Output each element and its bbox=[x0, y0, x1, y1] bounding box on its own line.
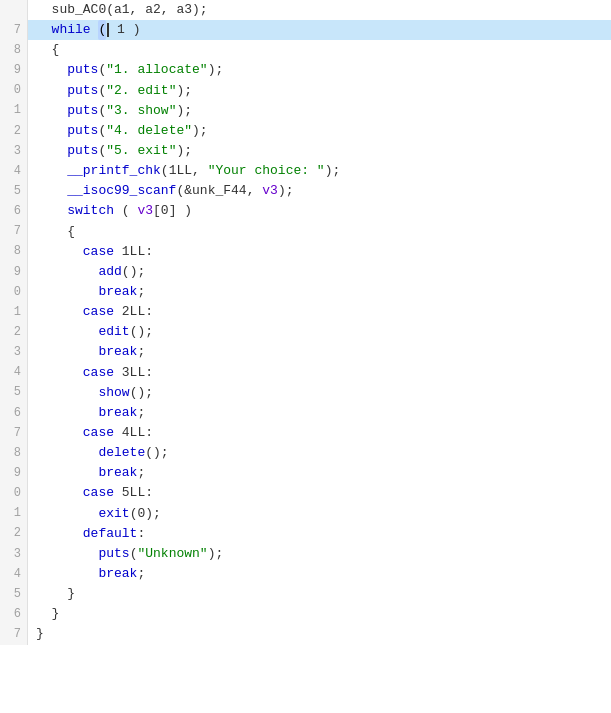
code-text: ); bbox=[208, 60, 224, 80]
line-content: case 3LL: bbox=[28, 363, 153, 383]
code-line: 6 } bbox=[0, 604, 611, 624]
code-text: ( bbox=[114, 201, 137, 221]
code-text: v3 bbox=[262, 181, 278, 201]
code-text: ; bbox=[137, 282, 145, 302]
code-text: ( bbox=[98, 101, 106, 121]
line-number: 1 bbox=[0, 302, 28, 322]
code-text: [0] ) bbox=[153, 201, 192, 221]
code-text: case bbox=[36, 363, 114, 383]
code-text: (); bbox=[130, 322, 153, 342]
line-content: { bbox=[28, 40, 59, 60]
code-text: "1. allocate" bbox=[106, 60, 207, 80]
line-content: sub_AC0(a1, a2, a3); bbox=[28, 0, 208, 20]
code-line: 9 add(); bbox=[0, 262, 611, 282]
code-line: 8 case 1LL: bbox=[0, 242, 611, 262]
code-line: 8 delete(); bbox=[0, 443, 611, 463]
code-line: 7} bbox=[0, 624, 611, 644]
code-text: ); bbox=[176, 101, 192, 121]
line-content: exit(0); bbox=[28, 504, 161, 524]
code-text: default bbox=[36, 524, 137, 544]
code-text: ); bbox=[176, 81, 192, 101]
code-line: 7 while ( 1 ) bbox=[0, 20, 611, 40]
code-line: 6 break; bbox=[0, 403, 611, 423]
code-text: "3. show" bbox=[106, 101, 176, 121]
code-text: case bbox=[36, 483, 114, 503]
line-number: 3 bbox=[0, 141, 28, 161]
code-text: "5. exit" bbox=[106, 141, 176, 161]
code-text: delete bbox=[36, 443, 145, 463]
code-text: edit bbox=[36, 322, 130, 342]
code-text: } bbox=[36, 604, 59, 624]
code-text: "Your choice: " bbox=[208, 161, 325, 181]
code-text: ( bbox=[98, 60, 106, 80]
code-text: { bbox=[36, 222, 75, 242]
code-text: } bbox=[36, 584, 75, 604]
code-text: puts bbox=[36, 101, 98, 121]
line-number: 2 bbox=[0, 121, 28, 141]
line-content: puts("Unknown"); bbox=[28, 544, 223, 564]
code-text: (&unk_F44, bbox=[176, 181, 262, 201]
code-line: 8 { bbox=[0, 40, 611, 60]
code-text bbox=[91, 20, 99, 40]
code-line: 0 case 5LL: bbox=[0, 483, 611, 503]
code-text: puts bbox=[36, 121, 98, 141]
paren-close: ) bbox=[133, 20, 141, 40]
code-text: 3LL: bbox=[114, 363, 153, 383]
code-text: break bbox=[36, 463, 137, 483]
code-text: show bbox=[36, 383, 130, 403]
line-number bbox=[0, 0, 28, 20]
code-text: ); bbox=[325, 161, 341, 181]
code-text: (0); bbox=[130, 504, 161, 524]
code-text: ; bbox=[137, 564, 145, 584]
line-number: 8 bbox=[0, 40, 28, 60]
code-text: 5LL: bbox=[114, 483, 153, 503]
code-line: 7 { bbox=[0, 222, 611, 242]
line-number: 9 bbox=[0, 60, 28, 80]
code-text: exit bbox=[36, 504, 130, 524]
code-text: __isoc99_scanf bbox=[36, 181, 176, 201]
code-text: break bbox=[36, 564, 137, 584]
code-line: 1 exit(0); bbox=[0, 504, 611, 524]
line-number: 3 bbox=[0, 342, 28, 362]
code-line: 9 puts("1. allocate"); bbox=[0, 60, 611, 80]
code-text: add bbox=[36, 262, 122, 282]
code-line: 6 switch ( v3[0] ) bbox=[0, 201, 611, 221]
code-text: ; bbox=[137, 463, 145, 483]
line-content: } bbox=[28, 624, 44, 644]
code-line: 1 case 2LL: bbox=[0, 302, 611, 322]
line-number: 5 bbox=[0, 584, 28, 604]
line-content: show(); bbox=[28, 383, 153, 403]
code-line: sub_AC0(a1, a2, a3); bbox=[0, 0, 611, 20]
code-text: ( bbox=[130, 544, 138, 564]
code-line: 4 __printf_chk(1LL, "Your choice: "); bbox=[0, 161, 611, 181]
code-text: ); bbox=[208, 544, 224, 564]
line-content: switch ( v3[0] ) bbox=[28, 201, 192, 221]
line-number: 6 bbox=[0, 604, 28, 624]
line-content: case 1LL: bbox=[28, 242, 153, 262]
code-text: puts bbox=[36, 81, 98, 101]
code-text: __printf_chk bbox=[36, 161, 161, 181]
code-text: ( bbox=[98, 81, 106, 101]
line-content: edit(); bbox=[28, 322, 153, 342]
line-content: break; bbox=[28, 463, 145, 483]
code-line: 5 } bbox=[0, 584, 611, 604]
line-content: add(); bbox=[28, 262, 145, 282]
line-number: 2 bbox=[0, 322, 28, 342]
line-number: 8 bbox=[0, 242, 28, 262]
line-content: __isoc99_scanf(&unk_F44, v3); bbox=[28, 181, 293, 201]
line-content: default: bbox=[28, 524, 145, 544]
code-line: 1 puts("3. show"); bbox=[0, 101, 611, 121]
code-text: ( bbox=[98, 121, 106, 141]
code-line: 2 puts("4. delete"); bbox=[0, 121, 611, 141]
code-text: } bbox=[36, 624, 44, 644]
code-text: puts bbox=[36, 60, 98, 80]
code-text: break bbox=[36, 282, 137, 302]
code-line: 3 puts("5. exit"); bbox=[0, 141, 611, 161]
code-text: ); bbox=[192, 121, 208, 141]
code-text: ( bbox=[98, 141, 106, 161]
line-number: 0 bbox=[0, 282, 28, 302]
code-text: ); bbox=[278, 181, 294, 201]
line-number: 8 bbox=[0, 443, 28, 463]
code-text: break bbox=[36, 342, 137, 362]
line-number: 3 bbox=[0, 544, 28, 564]
